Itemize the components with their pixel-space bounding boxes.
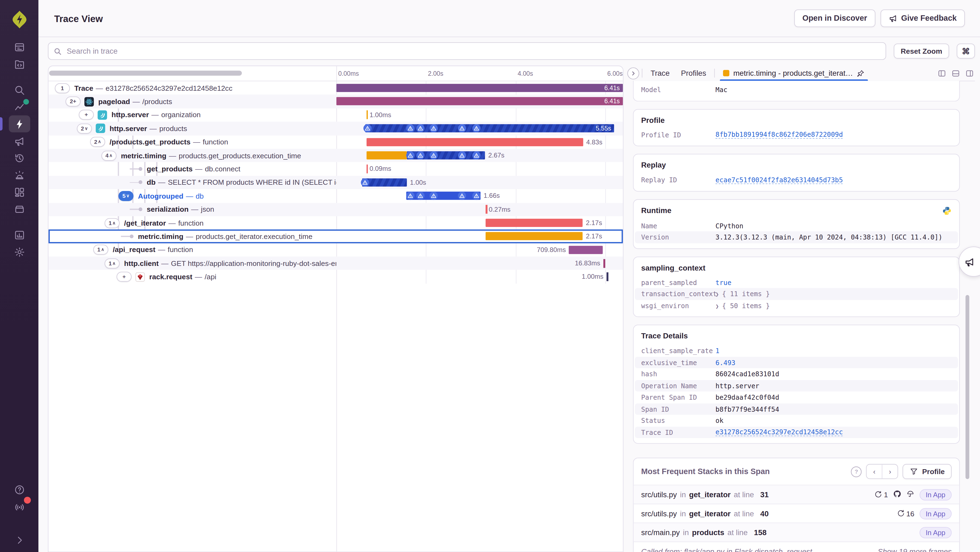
tree-scrollbar-thumb[interactable]	[49, 70, 242, 76]
span-row-get-iterator[interactable]: 1∧/get_iterator—function2.17s	[48, 216, 623, 230]
span-bar[interactable]	[569, 246, 603, 254]
sidebar-item-settings[interactable]	[8, 243, 30, 260]
span-row-http-server-organization[interactable]: +http.server—organization1.00ms	[48, 108, 623, 121]
span-row-autogrouped-db[interactable]: 5∨Autogrouped—db1.66s	[48, 189, 623, 203]
span-bar[interactable]	[366, 138, 583, 146]
span-children-badge[interactable]: 5∨	[118, 191, 134, 201]
shortcuts-button[interactable]: ⌘	[956, 44, 975, 59]
umbrella-icon[interactable]	[906, 490, 915, 500]
detail-value[interactable]: ❯{ 11 items }	[715, 290, 770, 298]
stack-frame-row[interactable]: src/main.pyinproductsat line158In App	[634, 523, 959, 542]
span-tick[interactable]	[606, 272, 608, 281]
reset-zoom-button[interactable]: Reset Zoom	[894, 44, 949, 59]
span-children-badge[interactable]: 2∧	[90, 137, 105, 147]
span-bar[interactable]: 5.55s	[365, 124, 614, 132]
span-children-badge[interactable]: 4∧	[101, 150, 116, 161]
show-more-frames-link[interactable]: Show 19 more frames	[878, 547, 952, 552]
span-warning-icon[interactable]	[472, 151, 480, 160]
floating-feedback-button[interactable]	[958, 247, 980, 277]
span-warning-icon[interactable]	[458, 124, 466, 132]
span-row-products-get-products[interactable]: 2∧/products.get_products—function4.83s	[48, 135, 623, 148]
sidebar-item-replays[interactable]	[8, 149, 30, 166]
tab-span-details-active[interactable]: metric.timing - products.get_iterat…	[718, 65, 870, 81]
github-icon[interactable]	[893, 490, 901, 500]
span-tick[interactable]	[486, 205, 487, 214]
in-app-badge[interactable]: In App	[919, 489, 951, 500]
span-children-badge[interactable]: 2+	[65, 96, 81, 107]
span-warning-icon[interactable]	[458, 192, 466, 200]
tab-profiles[interactable]: Profiles	[675, 66, 712, 80]
detail-value[interactable]: ❯{ 50 items }	[715, 302, 770, 310]
span-children-badge[interactable]: 1	[55, 83, 70, 93]
stack-frame-row[interactable]: src/utils.pyinget_iteratorat line311In A…	[634, 485, 959, 504]
detail-value[interactable]: ecae7c51f0024f2fa82e6314045d73b5	[715, 176, 843, 184]
give-feedback-button[interactable]: Give Feedback	[880, 10, 965, 27]
span-row-db-select[interactable]: db—SELECT * FROM products WHERE id IN (S…	[48, 176, 623, 189]
sidebar-item-archive[interactable]	[8, 201, 30, 217]
help-icon[interactable]: ?	[851, 466, 862, 477]
span-row-metric-timing-get-products[interactable]: 4∧metric.timing—products.get_products.ex…	[48, 149, 623, 162]
sidebar-item-metrics[interactable]	[8, 227, 30, 243]
span-row-api-request[interactable]: 1∧/api_request—function709.80ms	[48, 243, 623, 256]
span-warning-icon[interactable]	[429, 151, 438, 160]
span-warning-icon[interactable]	[429, 192, 438, 200]
span-tick[interactable]	[603, 259, 605, 268]
sidebar-item-search[interactable]	[8, 81, 30, 98]
span-row-http-client[interactable]: 1∧http.client—GET https://application-mo…	[48, 257, 623, 270]
span-row-get-products-db-connect[interactable]: get_products—db.connect0.09ms	[48, 162, 623, 175]
search-bar[interactable]	[48, 42, 886, 60]
dock-right-icon[interactable]	[966, 69, 974, 77]
sidebar-item-projects[interactable]	[8, 56, 30, 72]
span-children-badge[interactable]: 2∨	[77, 123, 92, 134]
span-row-metric-timing-get-iterator[interactable]: metric.timing—products.get_iterator.exec…	[48, 230, 623, 243]
search-input[interactable]	[65, 46, 881, 56]
span-warning-icon[interactable]	[458, 151, 466, 160]
span-children-badge[interactable]: 1∧	[105, 218, 120, 228]
next-stack-button[interactable]: ›	[882, 464, 898, 479]
dock-left-icon[interactable]	[938, 69, 946, 77]
pin-icon[interactable]	[857, 69, 865, 77]
collapse-panel-button[interactable]	[627, 67, 639, 79]
sidebar-item-alerts[interactable]	[8, 166, 30, 183]
details-scrollbar-thumb[interactable]	[966, 295, 969, 479]
span-children-badge[interactable]: 1∧	[93, 245, 108, 255]
detail-value[interactable]: 8fb7bb1891994f8c862f206e8722009d	[715, 131, 843, 139]
span-warning-icon[interactable]	[406, 192, 414, 200]
stack-frame-row[interactable]: src/utils.pyinget_iteratorat line4016In …	[634, 504, 959, 523]
open-in-discover-button[interactable]: Open in Discover	[794, 10, 875, 27]
span-row-http-server-products[interactable]: 2∨http.server—products5.55s	[48, 122, 623, 135]
span-warning-icon[interactable]	[429, 124, 438, 132]
sidebar-item-help[interactable]	[8, 481, 30, 498]
sidebar-item-stats[interactable]	[8, 98, 30, 115]
span-bar[interactable]	[366, 151, 407, 160]
span-children-badge[interactable]: +	[79, 110, 94, 120]
sidebar-item-performance[interactable]	[8, 115, 30, 132]
profile-button[interactable]: Profile	[903, 464, 952, 479]
sidebar-item-issues[interactable]	[8, 38, 30, 55]
span-warning-icon[interactable]	[416, 151, 425, 160]
span-row-rack-request[interactable]: +rack.request—/api1.00ms	[48, 270, 623, 283]
sidebar-item-dashboards[interactable]	[8, 183, 30, 200]
sidebar-item-expand[interactable]	[8, 531, 30, 548]
span-row-serialization-json[interactable]: serialization—json0.27ms	[48, 203, 623, 216]
in-app-badge[interactable]: In App	[919, 526, 951, 538]
dock-bottom-icon[interactable]	[952, 69, 960, 77]
span-bar[interactable]	[486, 232, 583, 240]
span-row-trace[interactable]: 1Trace—e31278c256524c3297e2cd12458e12cc6…	[48, 81, 623, 94]
span-warning-icon[interactable]	[416, 124, 425, 132]
span-row-pageload[interactable]: 2+pageload—/products6.41s	[48, 95, 623, 108]
span-children-badge[interactable]: +	[116, 272, 132, 282]
detail-value[interactable]: e31278c256524c3297e2cd12458e12cc	[715, 428, 843, 437]
tab-trace[interactable]: Trace	[645, 66, 675, 80]
sidebar-item-releases[interactable]	[8, 132, 30, 149]
in-app-badge[interactable]: In App	[919, 508, 951, 519]
span-tick[interactable]	[366, 111, 368, 119]
span-bar[interactable]	[486, 219, 583, 227]
sentry-logo-icon[interactable]	[9, 10, 29, 30]
span-warning-icon[interactable]	[416, 192, 425, 200]
span-warning-icon[interactable]	[406, 151, 414, 160]
prev-stack-button[interactable]: ‹	[867, 464, 882, 479]
span-children-badge[interactable]: 1∧	[105, 258, 120, 268]
span-bar[interactable]: 6.41s	[336, 84, 623, 92]
span-tick[interactable]	[366, 164, 368, 173]
